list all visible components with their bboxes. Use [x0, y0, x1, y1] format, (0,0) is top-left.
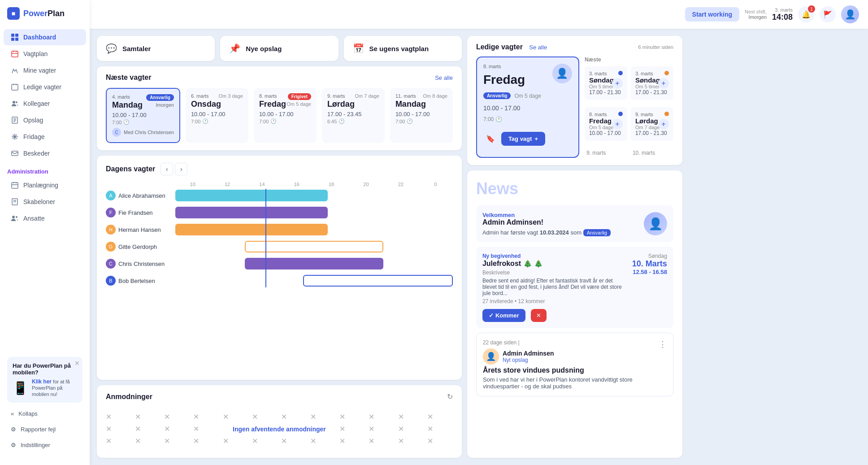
sidebar-item-opslag[interactable]: Opslag	[4, 112, 86, 128]
svg-rect-18	[12, 183, 18, 188]
ledige-vagter-see-all[interactable]: Se alle	[529, 44, 547, 51]
promo-close-button[interactable]: ✕	[74, 360, 80, 367]
shift-4-label: Om 8 dage	[423, 93, 447, 100]
notification-button[interactable]: 🔔 1	[798, 6, 814, 22]
sidebar-item-beskeder-label: Beskeder	[23, 150, 50, 157]
admin-nav: Planlægning Skabeloner Ansatte	[0, 177, 90, 227]
featured-time: 10.00 - 17.00	[483, 104, 572, 112]
sidebar-item-ansatte[interactable]: Ansatte	[4, 210, 86, 226]
next-0-plus-button[interactable]: +	[612, 78, 623, 89]
sidebar-item-kollegaer-label: Kollegaer	[23, 100, 50, 107]
next-date-9: 9. marts	[585, 148, 627, 158]
next-3-time: 17.00 - 21.30	[635, 130, 669, 136]
hour-10: 10	[175, 182, 210, 187]
shift-card-0: 4. marts Mandag Ansvarlig Imorgen 10.00 …	[106, 88, 180, 143]
ledige-vagter-title: Ledige vagter	[476, 43, 523, 51]
phone-icon: 📱	[13, 381, 28, 395]
sidebar-item-fridage[interactable]: Fridage	[4, 129, 86, 145]
naeste-label: Næste	[585, 56, 673, 63]
promo-link[interactable]: Klik her	[32, 378, 52, 385]
samtaler-card[interactable]: 💬 Samtaler	[97, 36, 215, 61]
sidebar-item-dashboard[interactable]: Dashboard	[4, 29, 86, 45]
next-0-date: 3. marts	[589, 71, 623, 76]
post-text: Som i ved har vi her i PowerPlan kontore…	[483, 376, 667, 390]
chris-track	[175, 257, 453, 270]
shift-4-day: Mandag	[395, 100, 447, 109]
sidebar-item-skabeloner[interactable]: Skabeloner	[4, 194, 86, 210]
user-avatar[interactable]: 👤	[841, 5, 859, 23]
next-3-plus-button[interactable]: +	[658, 119, 669, 130]
naeste-vagter-see-all[interactable]: Se alle	[435, 74, 453, 81]
timeline-next-button[interactable]: ›	[175, 163, 187, 175]
header-date: 3. marts	[772, 7, 793, 13]
plus-icon-btn: +	[534, 135, 538, 142]
sidebar-item-vagtplan-label: Vagtplan	[23, 50, 48, 57]
news-title: News	[476, 179, 673, 198]
nye-opslag-icon: 📌	[229, 43, 240, 54]
timeline-hours: 10 12 14 16 18 20 22 0	[106, 182, 453, 187]
shift-1-date: 6. marts	[191, 93, 209, 99]
next-0-time: 17.00 - 21.30	[589, 89, 623, 96]
nye-opslag-card[interactable]: 📌 Nye opslag	[220, 36, 338, 61]
se-ugens-vagtplan-icon: 📅	[353, 43, 364, 54]
ikke-kommer-button[interactable]: ✕	[531, 309, 547, 322]
welcome-card: Velkommen Admin Adminsen! Admin har førs…	[476, 205, 673, 242]
sidebar-item-opslag-label: Opslag	[23, 117, 43, 124]
start-working-button[interactable]: Start working	[685, 7, 739, 22]
shift-2-date: 8. marts	[259, 93, 286, 99]
sidebar-item-rapporter-fejl[interactable]: ⚙ Rapporter fejl	[4, 422, 86, 436]
sidebar-item-vagtplan[interactable]: Vagtplan	[4, 46, 86, 62]
frigivet-badge-2: Frigivet	[288, 93, 311, 100]
tag-vagt-button[interactable]: Tag vagt +	[501, 132, 545, 146]
bar-row-chris: C Chris Christensen	[106, 257, 453, 270]
next-2-plus-button[interactable]: +	[658, 78, 669, 89]
shifts-grid: 4. marts Mandag Ansvarlig Imorgen 10.00 …	[106, 88, 453, 143]
sidebar-item-beskeder[interactable]: Beskeder	[4, 145, 86, 161]
event-date: 10. Marts	[632, 259, 667, 269]
bar-person-herman: H Herman Hansen	[106, 225, 175, 235]
sidebar-item-ledige-vagter[interactable]: Ledige vagter	[4, 79, 86, 95]
se-ugens-vagtplan-card[interactable]: 📅 Se ugens vagtplan	[344, 36, 462, 61]
shift-4-time: 10.00 - 17.00	[395, 111, 447, 117]
right-panel: Ledige vagter Se alle 6 minutter siden 8…	[467, 36, 682, 458]
gitte-name: Gitte Gerdorph	[118, 243, 157, 250]
sidebar-bottom-links: « Kollaps ⚙ Rapporter fejl ⚙ Indstilling…	[4, 406, 86, 452]
ledige-vagter-content: 8. marts Fredag Ansvarlig Om 5 dage 10.0…	[476, 56, 673, 158]
svg-rect-0	[11, 34, 14, 37]
sidebar-item-kollegaer[interactable]: Kollegaer	[4, 96, 86, 112]
svg-rect-8	[12, 84, 18, 90]
post-author-row: 👤 Admin Adminsen Nyt opslag	[483, 348, 667, 365]
quick-actions: 💬 Samtaler 📌 Nye opslag 📅 Se ugens vagtp…	[97, 36, 462, 61]
kommer-button[interactable]: ✓ Kommer	[482, 309, 525, 322]
clock-icon-0: 🕐	[123, 119, 130, 125]
svg-point-25	[12, 216, 15, 218]
next-1-plus-button[interactable]: +	[612, 119, 623, 130]
next-col-right: 3. marts Søndag Om 5 timer 17.00 - 21.30…	[631, 66, 673, 158]
next-2-date: 3. marts	[635, 71, 669, 76]
alice-avatar: A	[106, 191, 116, 200]
ledige-vagter-title-block: Ledige vagter Se alle	[476, 43, 547, 51]
welcome-date: 10.03.2024	[540, 229, 569, 236]
flag-button[interactable]: 🚩	[820, 6, 836, 22]
chris-name: Chris Christensen	[118, 261, 165, 267]
logo-text: PowerPlan	[23, 9, 65, 18]
sidebar-item-planlaeging[interactable]: Planlægning	[4, 177, 86, 193]
welcome-avatar: 👤	[644, 212, 667, 235]
bar-row-alice: A Alice Abrahamsen	[106, 189, 453, 202]
sidebar-item-indstillinger[interactable]: ⚙ Indstillinger	[4, 438, 86, 452]
next-shift-label: Next shift,	[745, 9, 767, 14]
featured-save-icon[interactable]: 🔖	[483, 131, 498, 146]
shift-0-time: 10.00 - 17.00	[112, 112, 174, 118]
featured-person-avatar: 👤	[552, 64, 572, 83]
sidebar-item-mine-vagter[interactable]: Mine vagter	[4, 62, 86, 78]
next-shift-sub: Imorgen	[745, 14, 767, 20]
timeline-prev-button[interactable]: ‹	[161, 163, 173, 175]
shift-0-duration: 7:00	[112, 120, 122, 125]
alice-track	[175, 189, 453, 202]
post-options-button[interactable]: ⋮	[659, 339, 667, 349]
next-3-date: 9. marts	[635, 112, 669, 117]
se-ugens-vagtplan-label: Se ugens vagtplan	[369, 45, 429, 52]
refresh-button[interactable]: ↻	[447, 392, 453, 401]
sidebar-item-kollaps[interactable]: « Kollaps	[4, 407, 86, 421]
event-desc: Beskrivelse	[482, 269, 627, 276]
